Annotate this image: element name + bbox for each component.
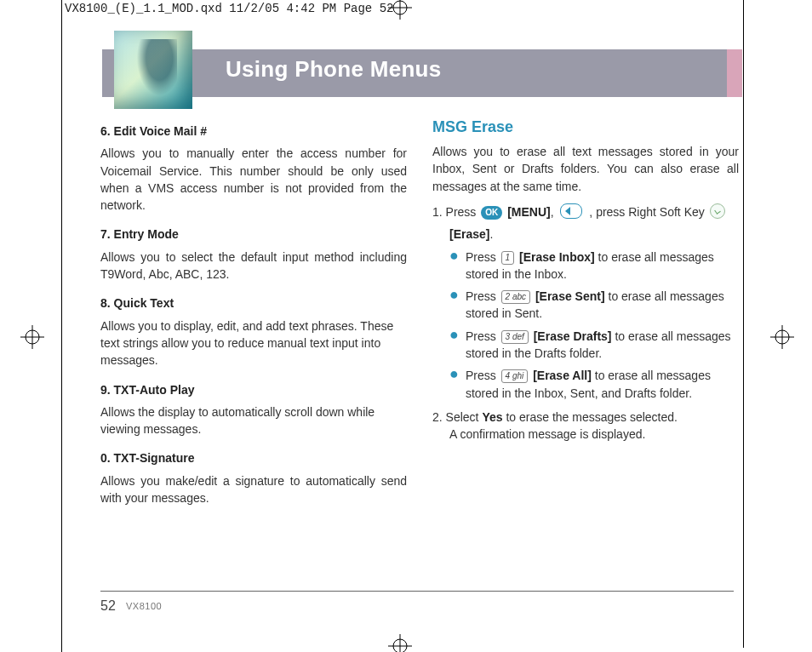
ok-key-icon: OK [481, 206, 502, 220]
banner-thumbnail-image [114, 31, 192, 109]
left-column: 6. Edit Voice Mail # Allows you to manua… [100, 111, 407, 515]
bullet-item: ● Press 4 ghi [Erase All] to erase all m… [449, 367, 739, 402]
svg-point-0 [393, 1, 407, 14]
action-label: [Erase Inbox] [519, 250, 595, 264]
bullet-text: Press 2 abc [Erase Sent] to erase all me… [466, 288, 739, 323]
bullet-dot-icon: ● [449, 249, 459, 283]
text: Press [466, 329, 500, 343]
text: . [489, 227, 493, 241]
keypad-4-icon: 4 ghi [501, 369, 529, 383]
yes-label: Yes [482, 410, 502, 424]
section-heading: 6. Edit Voice Mail # [100, 123, 407, 140]
section-body: Allows you to manually enter the access … [100, 145, 407, 214]
section-heading: 9. TXT-Auto Play [100, 381, 407, 398]
bullet-dot-icon: ● [449, 367, 459, 402]
erase-label: [Erase] [449, 227, 489, 241]
section-body: Allows you to display, edit, and add tex… [100, 317, 407, 369]
action-label: [Erase Drafts] [534, 329, 612, 343]
bullet-text: Press 4 ghi [Erase All] to erase all mes… [466, 367, 739, 402]
menu-label: [MENU] [504, 205, 550, 219]
model-label: VX8100 [126, 601, 162, 611]
section-heading: 7. Entry Mode [100, 226, 407, 243]
bullet-dot-icon: ● [449, 328, 459, 363]
text: Press [466, 289, 500, 303]
registration-mark-right-icon [770, 325, 794, 349]
banner-accent [727, 49, 742, 97]
topic-heading: MSG Erase [432, 116, 739, 138]
nav-left-icon [560, 203, 582, 219]
registration-mark-bottom-icon [388, 634, 412, 652]
section-heading: 8. Quick Text [100, 295, 407, 312]
page-title: Using Phone Menus [226, 56, 442, 83]
text: Press [466, 250, 500, 264]
text: , press Right Soft Key [586, 205, 707, 219]
right-column: MSG Erase Allows you to erase all text m… [432, 111, 739, 449]
proof-inner-line [61, 0, 62, 652]
text: Press [466, 369, 500, 382]
bullet-text: Press 1 [Erase Inbox] to erase all messa… [466, 249, 739, 283]
keypad-1-icon: 1 [501, 251, 515, 265]
text: 1. Press [432, 205, 479, 219]
action-label: [Erase Sent] [532, 289, 605, 303]
section-body: Allows the display to automatically scro… [100, 403, 407, 438]
text: , [551, 205, 558, 219]
text: A confirmation message is displayed. [449, 426, 645, 443]
step-1: 1. Press OK [MENU], , press Right Soft K… [432, 203, 739, 220]
section-body: Allows you make/edit a signature to auto… [100, 472, 407, 507]
registration-mark-left-icon [20, 325, 44, 349]
keypad-2-icon: 2 abc [501, 290, 530, 304]
svg-point-3 [393, 639, 407, 652]
step-1-cont: [Erase]. [449, 226, 739, 243]
right-soft-key-icon [710, 203, 725, 219]
bullet-item: ● Press 3 def [Erase Drafts] to erase al… [449, 328, 739, 363]
topic-intro: Allows you to erase all text messages st… [432, 143, 739, 195]
svg-point-9 [775, 330, 789, 344]
proof-header: VX8100_(E)_1.1_MOD.qxd 11/2/05 4:42 PM P… [65, 2, 393, 15]
footer-rule [100, 591, 734, 592]
text: 2. Select [432, 410, 482, 424]
section-body: Allows you to select the default input m… [100, 249, 407, 283]
step-2: 2. Select Yes to erase the messages sele… [432, 409, 739, 443]
page-number: 52 [100, 598, 116, 614]
bullet-text: Press 3 def [Erase Drafts] to erase all … [466, 328, 739, 363]
section-heading: 0. TXT-Signature [100, 449, 407, 466]
text: to erase the messages selected. [503, 410, 678, 424]
keypad-3-icon: 3 def [501, 330, 529, 344]
bullet-dot-icon: ● [449, 288, 459, 323]
action-label: [Erase All] [529, 369, 592, 382]
bullet-item: ● Press 2 abc [Erase Sent] to erase all … [449, 288, 739, 323]
bullet-item: ● Press 1 [Erase Inbox] to erase all mes… [449, 249, 739, 283]
svg-point-6 [26, 330, 39, 344]
